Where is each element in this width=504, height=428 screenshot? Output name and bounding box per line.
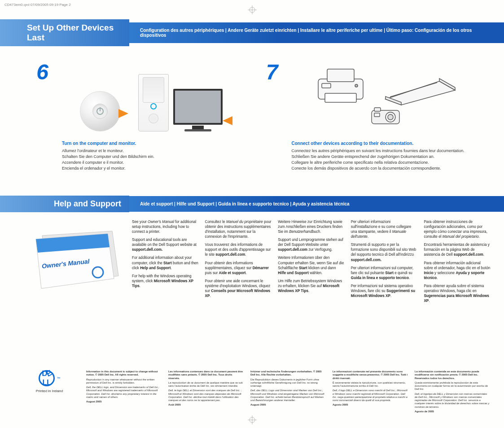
svg-point-14 xyxy=(388,114,393,120)
svg-rect-5 xyxy=(325,93,356,102)
help-col-en: See your Owner's Manual for additional s… xyxy=(132,219,199,306)
computer-tower-icon xyxy=(138,74,169,131)
arrow-right-icon xyxy=(118,109,128,118)
step-6-text: Turn on the computer and monitor. Allume… xyxy=(22,140,252,171)
step-7-heading: Connect other devices according to their… xyxy=(292,140,478,147)
step-7-number: 7 xyxy=(252,60,281,131)
printed-in-label: Printed in Ireland xyxy=(22,389,76,393)
step-6-line-de: Schalten Sie den Computer und den Bildsc… xyxy=(62,154,248,159)
section-help-support: Help and Support Aide et support | Hilfe… xyxy=(0,196,504,315)
step-7: 7 xyxy=(252,60,482,131)
footer: DELL™ Printed in Ireland Information in … xyxy=(0,370,504,415)
power-button-icon xyxy=(80,91,120,131)
step-7-text: Connect other devices according to their… xyxy=(252,140,482,171)
step-6-line-es: Encienda el ordenador y el monitor. xyxy=(62,166,248,171)
step-7-line-de: Schließen Sie andere Geräte entsprechend… xyxy=(292,154,478,159)
legal-en: Information in this document is subject … xyxy=(86,370,162,415)
step-6-heading: Turn on the computer and monitor. xyxy=(62,140,248,147)
svg-rect-15 xyxy=(374,108,381,111)
svg-point-7 xyxy=(355,84,358,87)
crop-mark-bottom-icon xyxy=(248,415,257,426)
steps-row: 6 7 xyxy=(0,46,504,140)
help-col-fr: Consultez le Manuel du propriétaire pour… xyxy=(205,219,272,306)
help-columns: See your Owner's Manual for additional s… xyxy=(132,219,491,306)
step-6-line-fr: Allumez l'ordinateur et le moniteur. xyxy=(62,148,248,153)
legal-de: Irrtümer und technische Änderungen vorbe… xyxy=(250,370,326,415)
help-col-it: Per ulteriori informazioni sull'installa… xyxy=(351,219,418,306)
camera-icon xyxy=(370,106,401,126)
legal-fr: Les informations contenues dans ce docum… xyxy=(168,370,244,415)
help-row: Owner's Manual See your Owner's Manual f… xyxy=(0,212,504,315)
banner-title: Set Up Other Devices Last xyxy=(0,19,129,46)
help-col-de: Weitere Hinweise zur Einrichtung sowie z… xyxy=(278,219,345,306)
step-text-row: Turn on the computer and monitor. Allume… xyxy=(0,140,504,178)
crop-mark-top-icon xyxy=(248,5,257,16)
svg-rect-6 xyxy=(322,83,331,88)
scanner-icon xyxy=(381,74,457,106)
page: CD473em0.qxd 07/09/2005 09:19 Page 2 Set… xyxy=(0,0,504,428)
step-7-line-fr: Connectez les autres périphériques en su… xyxy=(292,148,478,153)
step-6-graphic xyxy=(60,60,252,131)
step-7-graphic xyxy=(290,60,482,131)
legal-es: La información contenida en este documen… xyxy=(415,370,491,415)
printer-icon xyxy=(314,66,368,106)
legal-it: Le informazioni contenute nel presente d… xyxy=(333,370,408,415)
svg-rect-4 xyxy=(327,69,354,82)
step-7-line-es: Conecte los demás dispositivos de acuerd… xyxy=(292,166,478,171)
banner-setup: Set Up Other Devices Last Configuration … xyxy=(0,19,504,46)
section-setup-devices: Set Up Other Devices Last Configuration … xyxy=(0,19,504,178)
arrow-left-icon xyxy=(223,116,232,125)
banner-help: Help and Support Aide et support | Hilfe… xyxy=(0,196,504,212)
step-6-line-it: Accendere il computer e il monitor. xyxy=(62,160,248,165)
owners-manual-icon: Owner's Manual xyxy=(22,219,126,306)
banner-help-title: Help and Support xyxy=(0,196,129,212)
banner-help-subtitle: Aide et support | Hilfe und Support | Gu… xyxy=(129,196,504,212)
step-6-number: 6 xyxy=(22,60,51,131)
svg-rect-16 xyxy=(374,113,380,117)
step-7-line-it: Collegare le altre periferiche come spec… xyxy=(292,160,478,165)
legal-columns: Information in this document is subject … xyxy=(86,370,491,415)
monitor-icon xyxy=(173,89,223,131)
dell-logo-icon: DELL™ xyxy=(22,370,76,386)
dell-logo: DELL™ Printed in Ireland xyxy=(22,370,76,393)
help-col-es: Para obtener instrucciones de configurac… xyxy=(424,219,491,306)
banner-subtitle: Configuration des autres périphériques |… xyxy=(129,22,504,43)
step-6: 6 xyxy=(22,60,252,131)
